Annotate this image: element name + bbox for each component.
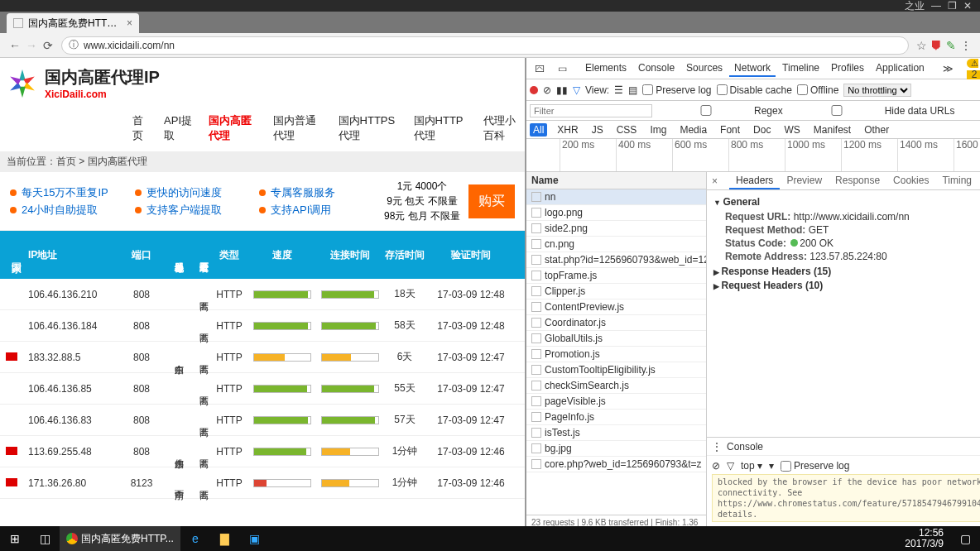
general-section[interactable]: General: [713, 196, 980, 208]
request-row[interactable]: pageVisible.js: [526, 394, 706, 410]
info-icon[interactable]: ⓘ: [69, 38, 79, 52]
request-row[interactable]: Clipper.js: [526, 284, 706, 299]
menu-icon[interactable]: ⋮: [958, 39, 973, 52]
request-row[interactable]: GlobalUtils.js: [526, 331, 706, 347]
request-row[interactable]: bg.jpg: [526, 441, 706, 457]
type-filter-item[interactable]: WS: [781, 123, 803, 137]
clock[interactable]: 12:562017/3/9: [898, 528, 950, 549]
nav-item[interactable]: 国内HTTP代理: [414, 113, 468, 143]
request-row[interactable]: topFrame.js: [526, 268, 706, 284]
request-row[interactable]: stat.php?id=1256960793&web_id=1256960793: [526, 252, 706, 268]
type-filter-item[interactable]: XHR: [554, 123, 581, 137]
view-large-icon[interactable]: ☰: [614, 84, 623, 96]
tab-close-icon[interactable]: ×: [127, 17, 132, 29]
type-filter-item[interactable]: Media: [676, 123, 710, 137]
context-select[interactable]: top ▾: [741, 460, 762, 472]
request-row[interactable]: side2.png: [526, 221, 706, 237]
type-filter-item[interactable]: JS: [588, 123, 607, 137]
disable-cache-check[interactable]: Disable cache: [717, 84, 792, 96]
preserve-log-console[interactable]: Preserve log: [781, 460, 849, 472]
type-filter-item[interactable]: Img: [646, 123, 670, 137]
view-small-icon[interactable]: ▤: [628, 84, 637, 96]
devtools-tab[interactable]: Profiles: [826, 60, 869, 77]
type-filter-item[interactable]: All: [530, 123, 547, 137]
console-clear-icon[interactable]: ⊘: [712, 460, 720, 472]
min-icon[interactable]: —: [931, 0, 941, 12]
devtools-tab[interactable]: Console: [633, 60, 680, 77]
detail-tab[interactable]: Preview: [780, 173, 829, 189]
url-box[interactable]: ⓘ www.xicidaili.com/nn: [61, 36, 909, 55]
offline-check[interactable]: Offline: [797, 84, 838, 96]
throttle-select[interactable]: No throttling: [843, 84, 911, 97]
warning-badge[interactable]: ⚠ 2: [962, 55, 980, 82]
detail-tab[interactable]: Response: [829, 173, 886, 189]
table-row: 171.36.26.808123广西南宁高匿HTTP1分钟17-03-09 12…: [0, 467, 525, 499]
back-icon[interactable]: ←: [7, 39, 23, 52]
nav-item[interactable]: 代理小百科: [483, 113, 525, 143]
console-tab[interactable]: Console: [727, 441, 763, 453]
more-tabs[interactable]: ≫: [938, 61, 958, 76]
capture-icon[interactable]: ▮▮: [556, 84, 568, 96]
folder-icon[interactable]: ▇: [210, 532, 240, 545]
devtools-tab[interactable]: Sources: [681, 60, 728, 77]
buy-button[interactable]: 购买: [468, 184, 515, 218]
preserve-log-check[interactable]: Preserve log: [642, 84, 711, 96]
request-row[interactable]: core.php?web_id=1256960793&t=z: [526, 457, 706, 472]
table-row: 106.46.136.184808高匿HTTP58天17-03-09 12:48: [0, 310, 525, 342]
evernote-icon[interactable]: ✎: [944, 39, 958, 52]
type-filter-item[interactable]: Other: [861, 123, 892, 137]
edge-icon[interactable]: e: [180, 532, 210, 545]
nav-item[interactable]: 国内高匿代理: [209, 113, 258, 143]
regex-check[interactable]: Regex: [661, 105, 783, 117]
star-icon[interactable]: ☆: [914, 39, 929, 52]
request-row[interactable]: checkSimSearch.js: [526, 378, 706, 394]
request-row[interactable]: cn.png: [526, 237, 706, 252]
type-filter-item[interactable]: Font: [717, 123, 743, 137]
forward-icon[interactable]: →: [23, 39, 40, 52]
type-filter-item[interactable]: Doc: [750, 123, 774, 137]
devtools-tab[interactable]: Elements: [580, 60, 632, 77]
request-row[interactable]: PageInfo.js: [526, 410, 706, 425]
shield-icon[interactable]: ⛊: [929, 39, 944, 52]
type-filter-item[interactable]: CSS: [613, 123, 641, 137]
request-row[interactable]: isTest.js: [526, 425, 706, 441]
request-row[interactable]: Promotion.js: [526, 347, 706, 362]
store-icon[interactable]: ▣: [240, 532, 270, 545]
console-menu-icon[interactable]: ⋮: [712, 441, 722, 453]
devtools-tab[interactable]: Application: [871, 60, 930, 77]
type-filter-item[interactable]: Manifest: [810, 123, 854, 137]
inspect-icon[interactable]: ⮹: [530, 61, 550, 76]
nav-item[interactable]: 国内普通代理: [273, 113, 323, 143]
request-row[interactable]: CustomTooltipEligibility.js: [526, 362, 706, 378]
hide-data-check[interactable]: Hide data URLs: [791, 105, 955, 117]
filter-icon[interactable]: ▽: [573, 84, 580, 96]
request-row[interactable]: logo.png: [526, 205, 706, 221]
devtools-tab[interactable]: Timeline: [777, 60, 824, 77]
devtools-tab[interactable]: Network: [729, 60, 776, 77]
request-headers-section[interactable]: Request Headers (10): [713, 280, 980, 291]
notification-icon[interactable]: ▢: [950, 532, 980, 545]
detail-tab[interactable]: Timing: [935, 173, 978, 189]
request-row[interactable]: Coordinator.js: [526, 315, 706, 331]
nav-item[interactable]: 国内HTTPS代理: [339, 113, 399, 143]
start-icon[interactable]: ⊞: [0, 532, 30, 545]
detail-tab[interactable]: Cookies: [886, 173, 935, 189]
nav-item[interactable]: 首页: [132, 113, 149, 143]
device-icon[interactable]: ▭: [553, 61, 572, 76]
request-row[interactable]: nn: [526, 189, 706, 205]
close-icon[interactable]: ✕: [963, 0, 972, 12]
reload-icon[interactable]: ⟳: [40, 39, 56, 52]
request-row[interactable]: ContentPreview.js: [526, 299, 706, 315]
close-detail-icon[interactable]: ×: [707, 174, 723, 189]
taskview-icon[interactable]: ◫: [30, 532, 60, 545]
taskbar-app-chrome[interactable]: 国内高匿免费HTTP...: [60, 526, 180, 551]
clear-icon[interactable]: ⊘: [543, 84, 551, 96]
console-filter-icon[interactable]: ▽: [727, 460, 734, 472]
browser-tab[interactable]: 国内高匿免费HTTP代理 ×: [7, 13, 139, 33]
record-icon[interactable]: [530, 86, 538, 94]
nav-item[interactable]: API提取: [164, 113, 194, 143]
detail-tab[interactable]: Headers: [729, 173, 780, 189]
response-headers-section[interactable]: Response Headers (15): [713, 266, 980, 277]
max-icon[interactable]: ❐: [948, 0, 957, 12]
filter-input[interactable]: [530, 104, 652, 117]
